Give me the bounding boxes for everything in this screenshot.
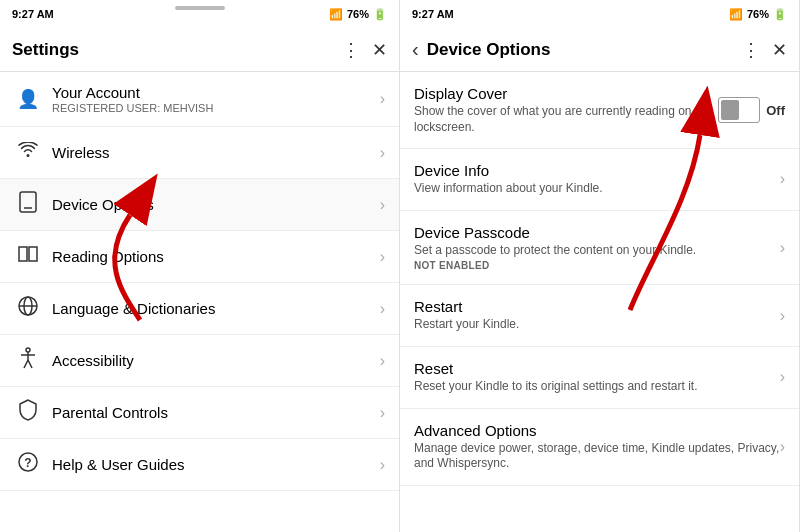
help-arrow: ›	[380, 456, 385, 474]
battery-icon-right: 🔋	[773, 8, 787, 21]
device-options-label: Device Options	[52, 196, 380, 213]
device-passcode-label: Device Passcode	[414, 224, 780, 241]
advanced-options-arrow: ›	[780, 438, 785, 456]
reset-sublabel: Reset your Kindle to its original settin…	[414, 379, 780, 395]
settings-title: Settings	[12, 40, 342, 60]
accessibility-icon	[14, 347, 42, 374]
account-label: Your Account	[52, 84, 380, 101]
settings-menu-list: 👤 Your Account REGISTERED USER: MEHVISH …	[0, 72, 399, 532]
device-info-sublabel: View information about your Kindle.	[414, 181, 780, 197]
svg-point-5	[26, 348, 30, 352]
option-reset[interactable]: Reset Reset your Kindle to its original …	[400, 347, 799, 409]
reset-label: Reset	[414, 360, 780, 377]
svg-text:?: ?	[24, 456, 31, 470]
menu-item-accessibility[interactable]: Accessibility ›	[0, 335, 399, 387]
svg-line-9	[28, 360, 32, 368]
status-icons-right: 📶 76% 🔋	[729, 8, 787, 21]
menu-item-device-options[interactable]: Device Options ›	[0, 179, 399, 231]
help-icon: ?	[14, 452, 42, 477]
wireless-arrow: ›	[380, 144, 385, 162]
device-options-title: Device Options	[427, 40, 742, 60]
device-info-label: Device Info	[414, 162, 780, 179]
option-device-info[interactable]: Device Info View information about your …	[400, 149, 799, 211]
reading-options-label: Reading Options	[52, 248, 380, 265]
toggle-off-label: Off	[766, 103, 785, 118]
language-dictionaries-label: Language & Dictionaries	[52, 300, 380, 317]
settings-header: Settings ⋮ ✕	[0, 28, 399, 72]
restart-sublabel: Restart your Kindle.	[414, 317, 780, 333]
option-restart[interactable]: Restart Restart your Kindle. ›	[400, 285, 799, 347]
status-bar-left: 9:27 AM 📶 76% 🔋	[0, 0, 399, 28]
status-icons-left: 📶 76% 🔋	[329, 8, 387, 21]
parental-controls-icon	[14, 399, 42, 426]
advanced-options-sublabel: Manage device power, storage, device tim…	[414, 441, 780, 472]
accessibility-arrow: ›	[380, 352, 385, 370]
parental-controls-label: Parental Controls	[52, 404, 380, 421]
device-options-icon	[14, 191, 42, 218]
wireless-icon	[14, 142, 42, 163]
language-icon	[14, 296, 42, 321]
menu-item-language-dictionaries[interactable]: Language & Dictionaries ›	[0, 283, 399, 335]
device-options-arrow: ›	[380, 196, 385, 214]
menu-item-wireless[interactable]: Wireless ›	[0, 127, 399, 179]
language-dictionaries-arrow: ›	[380, 300, 385, 318]
option-advanced[interactable]: Advanced Options Manage device power, st…	[400, 409, 799, 486]
wifi-icon-left: 📶	[329, 8, 343, 21]
more-menu-button-right[interactable]: ⋮	[742, 39, 760, 61]
wireless-label: Wireless	[52, 144, 380, 161]
help-label: Help & User Guides	[52, 456, 380, 473]
device-passcode-sublabel: Set a passcode to protect the content on…	[414, 243, 780, 259]
device-options-header: ‹ Device Options ⋮ ✕	[400, 28, 799, 72]
svg-line-8	[24, 360, 28, 368]
close-button-right[interactable]: ✕	[772, 39, 787, 61]
toggle-knob	[721, 100, 739, 120]
wifi-icon-right: 📶	[729, 8, 743, 21]
menu-item-reading-options[interactable]: Reading Options ›	[0, 231, 399, 283]
account-sublabel: REGISTERED USER: MEHVISH	[52, 102, 380, 114]
option-display-cover[interactable]: Display Cover Show the cover of what you…	[400, 72, 799, 149]
parental-controls-arrow: ›	[380, 404, 385, 422]
display-cover-label: Display Cover	[414, 85, 718, 102]
more-menu-button[interactable]: ⋮	[342, 39, 360, 61]
display-cover-sublabel: Show the cover of what you are currently…	[414, 104, 718, 135]
reset-arrow: ›	[780, 368, 785, 386]
restart-label: Restart	[414, 298, 780, 315]
menu-item-parental-controls[interactable]: Parental Controls ›	[0, 387, 399, 439]
reading-options-icon	[14, 245, 42, 268]
restart-arrow: ›	[780, 307, 785, 325]
account-arrow: ›	[380, 90, 385, 108]
device-passcode-arrow: ›	[780, 239, 785, 257]
back-button[interactable]: ‹	[412, 38, 419, 61]
menu-item-help[interactable]: ? Help & User Guides ›	[0, 439, 399, 491]
battery-pct-right: 76%	[747, 8, 769, 20]
advanced-options-label: Advanced Options	[414, 422, 780, 439]
time-right: 9:27 AM	[412, 8, 454, 20]
time-left: 9:27 AM	[12, 8, 54, 20]
display-cover-toggle[interactable]	[718, 97, 760, 123]
battery-pct-left: 76%	[347, 8, 369, 20]
reading-options-arrow: ›	[380, 248, 385, 266]
account-icon: 👤	[14, 88, 42, 110]
menu-item-your-account[interactable]: 👤 Your Account REGISTERED USER: MEHVISH …	[0, 72, 399, 127]
battery-icon-left: 🔋	[373, 8, 387, 21]
status-bar-right: 9:27 AM 📶 76% 🔋	[400, 0, 799, 28]
svg-rect-0	[20, 192, 36, 212]
device-passcode-badge: NOT ENABLED	[414, 260, 780, 271]
close-button-left[interactable]: ✕	[372, 39, 387, 61]
accessibility-label: Accessibility	[52, 352, 380, 369]
device-options-list: Display Cover Show the cover of what you…	[400, 72, 799, 532]
option-device-passcode[interactable]: Device Passcode Set a passcode to protec…	[400, 211, 799, 286]
device-info-arrow: ›	[780, 170, 785, 188]
